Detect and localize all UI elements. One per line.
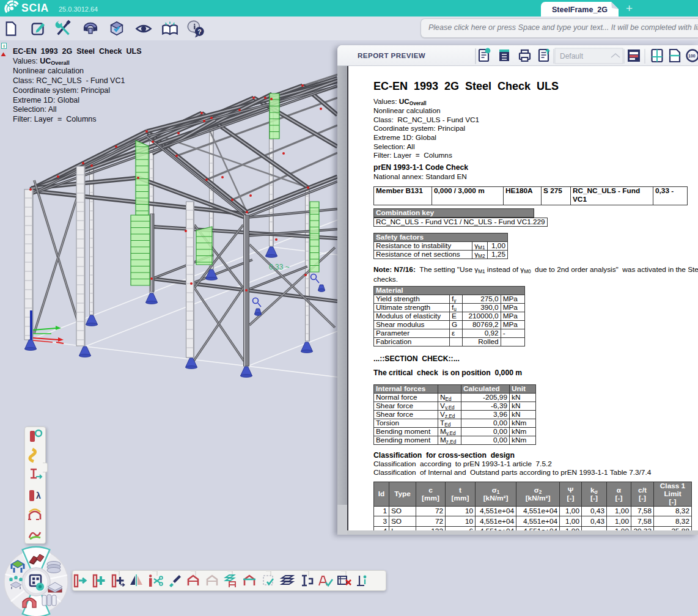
svg-text:λ: λ: [36, 491, 41, 501]
svg-text:?: ?: [197, 29, 201, 35]
